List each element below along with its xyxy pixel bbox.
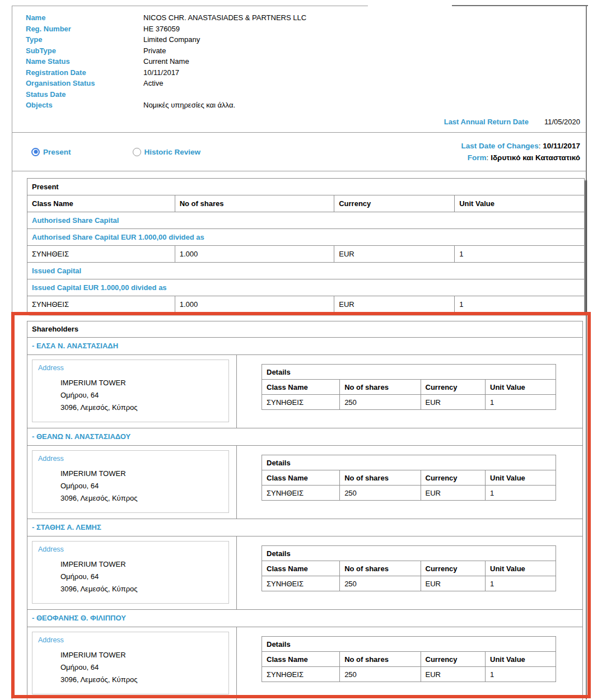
- info-row: TypeLimited Company: [12, 34, 586, 45]
- form-row: Form: Ιδρυτικό και Καταστατικό: [461, 152, 580, 164]
- address-label: Address: [38, 545, 223, 553]
- details-cell: EUR: [421, 576, 486, 591]
- address-box: Address IMPERIUM TOWERΟμήρου, 643096, Λε…: [32, 632, 229, 694]
- details-title: Details: [262, 637, 556, 652]
- shareholders-title: Shareholders: [27, 321, 582, 338]
- capital-section-label: Authorised Share Capital EUR 1.000,00 di…: [27, 229, 585, 246]
- radio-historic-review-label: Historic Review: [144, 148, 201, 156]
- radio-present-button[interactable]: [31, 148, 40, 156]
- capital-cell: ΣΥΝΗΘΕΙΣ: [27, 246, 175, 263]
- info-value: Limited Company: [143, 34, 200, 45]
- capital-table: Present Class NameNo of sharesCurrencyUn…: [27, 178, 585, 313]
- last-annual-return-label: Last Annual Return Date: [444, 118, 529, 126]
- last-annual-return-row: Last Annual Return Date11/05/2020: [444, 118, 580, 126]
- capital-cell: ΣΥΝΗΘΕΙΣ: [27, 296, 175, 313]
- details-column-header: Class Name: [262, 561, 340, 576]
- radio-historic-review[interactable]: Historic Review: [133, 148, 201, 156]
- details-table: Details Class NameNo of sharesCurrencyUn…: [262, 545, 556, 591]
- shareholder-content-row: Address IMPERIUM TOWERΟμήρου, 643096, Λε…: [27, 355, 582, 428]
- details-cell: 250: [340, 576, 421, 591]
- details-title: Details: [262, 365, 556, 380]
- capital-cell: 1.000: [175, 296, 334, 313]
- address-line: Ομήρου, 64: [60, 480, 223, 492]
- capital-section-label: Authorised Share Capital: [27, 212, 585, 229]
- info-label: Organisation Status: [26, 78, 143, 89]
- info-row: Name StatusCurrent Name: [12, 56, 586, 67]
- address-line: Ομήρου, 64: [60, 389, 223, 402]
- radio-present[interactable]: Present: [31, 148, 71, 156]
- details-title: Details: [262, 546, 556, 561]
- details-table: Details Class NameNo of sharesCurrencyUn…: [262, 455, 556, 501]
- radio-historic-review-button[interactable]: [133, 148, 141, 156]
- address-box: Address IMPERIUM TOWERΟμήρου, 643096, Λε…: [32, 360, 229, 422]
- details-column-header: Unit Value: [486, 380, 556, 395]
- capital-section-label: Issued Capital EUR 1.000,00 divided as: [27, 279, 585, 296]
- details-column-header: Currency: [421, 561, 486, 576]
- company-info-rows: NameNICOS CHR. ANASTASIADES & PARTNERS L…: [12, 12, 586, 111]
- info-row: SubTypePrivate: [12, 45, 586, 57]
- capital-cell: 1: [455, 296, 585, 313]
- address-line: Ομήρου, 64: [60, 571, 223, 583]
- details-column-header: Class Name: [262, 470, 340, 486]
- last-date-of-changes-row: Last Date of Changes: 10/11/2017: [461, 140, 580, 152]
- capital-section-label: Issued Capital: [27, 263, 585, 279]
- address-line: IMPERIUM TOWER: [60, 558, 223, 571]
- capital-cell: EUR: [334, 246, 455, 263]
- share-capital-box: Present Class NameNo of sharesCurrencyUn…: [27, 178, 585, 313]
- details-cell: EUR: [421, 395, 486, 410]
- info-label: Registration Date: [26, 67, 143, 78]
- capital-cell: 1: [455, 246, 585, 263]
- last-date-of-changes-label: Last Date of Changes: [461, 142, 539, 150]
- info-row: Status Date: [12, 89, 586, 100]
- details-column-header: Class Name: [262, 652, 340, 667]
- changes-summary: Last Date of Changes: 10/11/2017 Form: Ι…: [461, 140, 586, 164]
- shareholder-address-cell: Address IMPERIUM TOWERΟμήρου, 643096, Λε…: [27, 446, 237, 519]
- details-cell: 1: [486, 486, 556, 501]
- review-mode-bar: Present Historic Review Last Date of Cha…: [12, 133, 586, 171]
- address-line: 3096, Λεμεσός, Κύπρος: [60, 674, 223, 686]
- details-cell: 250: [340, 395, 421, 410]
- company-info-section: NameNICOS CHR. ANASTASIADES & PARTNERS L…: [12, 6, 586, 133]
- info-value: Private: [143, 45, 166, 57]
- shareholder-name: - ΘΕΑΝΩ Ν. ΑΝΑΣΤΑΣΙΑΔΟΥ: [27, 428, 582, 446]
- shareholders-section: Shareholders - ΕΛΣΑ Ν. ΑΝΑΣΤΑΣΙΑΔΗ Addre…: [27, 321, 583, 700]
- info-label: Type: [26, 34, 143, 45]
- details-column-header: Currency: [421, 470, 486, 486]
- details-column-header: No of shares: [340, 380, 421, 395]
- shareholder-details-cell: Details Class NameNo of sharesCurrencyUn…: [237, 536, 582, 609]
- info-label: Status Date: [26, 89, 143, 100]
- address-line: Ομήρου, 64: [60, 661, 223, 674]
- address-line: IMPERIUM TOWER: [60, 649, 223, 661]
- address-box: Address IMPERIUM TOWERΟμήρου, 643096, Λε…: [32, 450, 229, 513]
- address-line: 3096, Λεμεσός, Κύπρος: [60, 583, 223, 595]
- details-column-header: No of shares: [340, 652, 421, 667]
- shareholder-content-row: Address IMPERIUM TOWERΟμήρου, 643096, Λε…: [27, 627, 582, 700]
- info-label: Name Status: [26, 56, 143, 67]
- details-cell: EUR: [421, 667, 486, 682]
- address-label: Address: [38, 636, 223, 644]
- shareholder-address-cell: Address IMPERIUM TOWERΟμήρου, 643096, Λε…: [27, 627, 237, 700]
- details-table: Details Class NameNo of sharesCurrencyUn…: [262, 636, 556, 682]
- last-date-of-changes-value: 10/11/2017: [543, 142, 580, 150]
- shareholder-name: - ΣΤΑΘΗΣ Α. ΛΕΜΗΣ: [27, 519, 582, 536]
- details-cell: 250: [340, 667, 421, 682]
- shareholders-table: - ΕΛΣΑ Ν. ΑΝΑΣΤΑΣΙΑΔΗ Address IMPERIUM T…: [27, 338, 582, 700]
- capital-cell: 1.000: [175, 246, 334, 263]
- info-row: NameNICOS CHR. ANASTASIADES & PARTNERS L…: [12, 12, 586, 24]
- details-cell: ΣΥΝΗΘΕΙΣ: [262, 395, 340, 410]
- form-label: Form: [468, 153, 487, 162]
- details-column-header: No of shares: [340, 470, 421, 486]
- details-cell: 1: [486, 667, 556, 682]
- address-label: Address: [38, 364, 223, 372]
- info-value: NICOS CHR. ANASTASIADES & PARTNERS LLC: [143, 12, 306, 24]
- info-row: Registration Date10/11/2017: [12, 67, 586, 78]
- capital-column-header: Unit Value: [455, 195, 585, 212]
- capital-column-header: Currency: [334, 195, 455, 212]
- radio-present-label: Present: [43, 148, 71, 156]
- info-label: Name: [26, 12, 143, 24]
- details-column-header: Unit Value: [486, 652, 556, 667]
- info-row: Organisation StatusActive: [12, 78, 586, 89]
- address-line: 3096, Λεμεσός, Κύπρος: [60, 492, 223, 505]
- details-column-header: Currency: [421, 652, 486, 667]
- capital-column-header: Class Name: [27, 195, 175, 212]
